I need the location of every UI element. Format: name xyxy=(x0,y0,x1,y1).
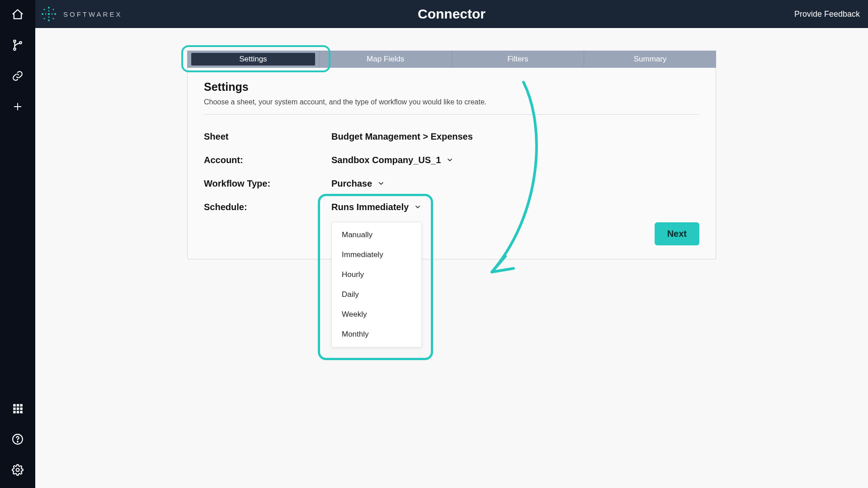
plus-icon[interactable] xyxy=(11,100,24,113)
value-schedule: Runs Immediately xyxy=(331,202,409,212)
provide-feedback-link[interactable]: Provide Feedback xyxy=(794,9,860,19)
topbar: SOFTWAREX Connector Provide Feedback xyxy=(35,0,868,28)
schedule-option-daily[interactable]: Daily xyxy=(332,285,421,305)
next-button[interactable]: Next xyxy=(655,222,699,245)
svg-point-14 xyxy=(16,469,19,472)
tab-label: Summary xyxy=(634,55,667,64)
svg-rect-3 xyxy=(13,404,15,406)
content: Settings Map Fields Filters Summary Sett… xyxy=(35,28,868,488)
apps-icon[interactable] xyxy=(11,402,24,415)
row-schedule: Schedule: Runs Immediately Manually Imme… xyxy=(204,195,699,219)
row-workflow-type: Workflow Type: Purchase xyxy=(204,172,699,195)
gear-icon[interactable] xyxy=(11,464,24,476)
schedule-option-weekly[interactable]: Weekly xyxy=(332,305,421,324)
svg-rect-6 xyxy=(13,408,15,410)
value-sheet: Budget Management > Expenses xyxy=(331,131,473,142)
help-icon[interactable] xyxy=(11,433,24,446)
svg-point-15 xyxy=(48,7,50,9)
svg-point-26 xyxy=(52,14,53,15)
tab-settings[interactable]: Settings xyxy=(187,51,320,68)
svg-point-27 xyxy=(48,13,50,15)
main-area: SOFTWAREX Connector Provide Feedback Set… xyxy=(35,0,868,488)
brand: SOFTWAREX xyxy=(40,5,122,23)
schedule-option-immediately[interactable]: Immediately xyxy=(332,245,421,265)
svg-point-20 xyxy=(52,9,54,10)
branch-icon[interactable] xyxy=(11,39,24,52)
settings-panel: Settings Choose a sheet, your system acc… xyxy=(187,68,716,259)
schedule-option-monthly[interactable]: Monthly xyxy=(332,324,421,344)
workflow-type-select[interactable]: Purchase xyxy=(331,178,385,189)
svg-rect-9 xyxy=(13,411,15,413)
tab-label: Filters xyxy=(507,55,528,64)
svg-rect-4 xyxy=(17,404,19,406)
tabs-row: Settings Map Fields Filters Summary xyxy=(187,51,716,68)
svg-rect-5 xyxy=(20,404,22,406)
svg-point-22 xyxy=(52,18,54,19)
sidebar xyxy=(0,0,35,488)
svg-point-19 xyxy=(43,9,45,10)
value-workflow-type: Purchase xyxy=(331,178,372,189)
row-account: Account: Sandbox Company_US_1 xyxy=(204,148,699,172)
svg-point-21 xyxy=(43,18,45,19)
panel-description: Choose a sheet, your system account, and… xyxy=(204,98,699,106)
tab-summary[interactable]: Summary xyxy=(584,51,716,68)
row-sheet: Sheet Budget Management > Expenses xyxy=(204,125,699,148)
panel-title: Settings xyxy=(204,80,699,94)
label-schedule: Schedule: xyxy=(204,202,331,212)
svg-rect-11 xyxy=(20,411,22,413)
value-account: Sandbox Company_US_1 xyxy=(331,155,441,165)
tab-label: Map Fields xyxy=(367,55,404,64)
schedule-option-manually[interactable]: Manually xyxy=(332,225,421,245)
label-sheet: Sheet xyxy=(204,131,331,142)
page-title: Connector xyxy=(418,6,486,22)
brand-name: SOFTWAREX xyxy=(63,10,122,18)
chevron-down-icon xyxy=(414,203,421,211)
account-select[interactable]: Sandbox Company_US_1 xyxy=(331,155,453,165)
svg-rect-8 xyxy=(20,408,22,410)
schedule-select[interactable]: Runs Immediately xyxy=(331,202,421,212)
wizard: Settings Map Fields Filters Summary Sett… xyxy=(187,51,716,259)
svg-rect-7 xyxy=(17,408,19,410)
svg-rect-10 xyxy=(17,411,19,413)
tab-label: Settings xyxy=(239,55,267,64)
svg-point-23 xyxy=(48,10,50,12)
svg-point-13 xyxy=(17,441,18,442)
svg-point-25 xyxy=(45,14,47,15)
chevron-down-icon xyxy=(446,156,453,164)
label-workflow-type: Workflow Type: xyxy=(204,178,331,189)
svg-point-16 xyxy=(48,19,50,21)
chevron-down-icon xyxy=(377,180,385,187)
schedule-option-hourly[interactable]: Hourly xyxy=(332,265,421,285)
svg-point-18 xyxy=(54,13,56,15)
tab-map-fields[interactable]: Map Fields xyxy=(320,51,452,68)
tab-filters[interactable]: Filters xyxy=(452,51,585,68)
brand-logo-icon xyxy=(40,5,58,23)
label-account: Account: xyxy=(204,155,331,165)
schedule-dropdown-menu: Manually Immediately Hourly Daily Weekly… xyxy=(331,222,422,347)
svg-point-17 xyxy=(42,13,43,15)
svg-point-24 xyxy=(48,17,50,18)
link-icon[interactable] xyxy=(11,70,24,82)
home-icon[interactable] xyxy=(11,8,24,21)
